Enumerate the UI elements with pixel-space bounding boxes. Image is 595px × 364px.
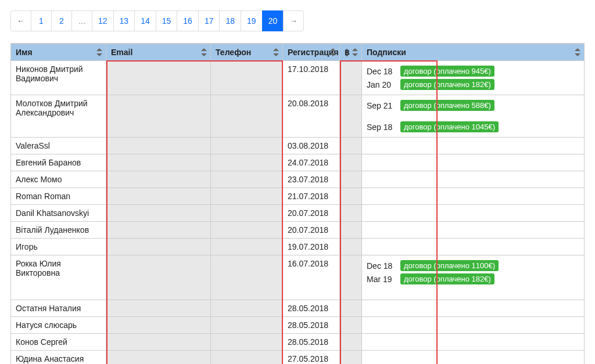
sort-icon (330, 48, 336, 56)
pagination-page-15[interactable]: 15 (156, 10, 178, 31)
pagination-page-12[interactable]: 12 (92, 10, 114, 31)
pagination-ellipsis: ... (71, 10, 92, 31)
cell-currency-redacted (340, 334, 362, 351)
cell-currency-redacted (340, 222, 362, 239)
cell-name: Конов Сергей (11, 334, 106, 351)
subscription-badge[interactable]: договор (оплачено 1045€) (400, 121, 499, 132)
cell-phone-redacted (211, 334, 283, 351)
cell-registration: 20.08.2018 (283, 95, 340, 138)
cell-registration: 03.08.2018 (283, 138, 340, 154)
subscription-entry: Dec 18договор (оплачено 1100€) (367, 259, 579, 272)
cell-registration: 20.07.2018 (283, 205, 340, 222)
col-header-name[interactable]: Имя (11, 44, 106, 61)
cell-phone-redacted (211, 171, 283, 188)
cell-subscriptions (362, 317, 585, 334)
subscription-badge[interactable]: договор (оплачено 182€) (400, 79, 494, 90)
subscription-date: Mar 19 (367, 275, 396, 284)
pagination-page-2[interactable]: 2 (51, 10, 72, 31)
cell-registration: 27.05.2018 (283, 351, 340, 365)
table-row: Остатня Наталия28.05.2018 (11, 300, 585, 317)
cell-registration: 20.07.2018 (283, 222, 340, 239)
cell-phone-redacted (211, 239, 283, 255)
cell-currency-redacted (340, 61, 362, 95)
cell-currency-redacted (340, 171, 362, 188)
pagination-prev[interactable]: ← (10, 10, 31, 31)
cell-subscriptions (362, 171, 585, 188)
pagination-page-16[interactable]: 16 (177, 10, 199, 31)
cell-email-redacted (106, 138, 211, 154)
cell-phone-redacted (211, 61, 283, 95)
table-row: Рокка Юлия Викторовна16.07.2018Dec 18дог… (11, 255, 585, 300)
subscription-entry: Mar 19договор (оплачено 182€) (367, 272, 579, 286)
col-header-subscriptions[interactable]: Подписки (362, 44, 585, 61)
pagination-page-20[interactable]: 20 (262, 10, 284, 31)
table-row: Натуся слюсарь28.05.2018 (11, 317, 585, 334)
sort-icon (273, 48, 279, 56)
table-row: Алекс Момо23.07.2018 (11, 171, 585, 188)
cell-name: Roman Roman (11, 188, 106, 205)
cell-subscriptions (362, 154, 585, 171)
sort-icon (575, 48, 580, 56)
cell-currency-redacted (340, 300, 362, 317)
cell-name: Danil Khatsanovskyi (11, 205, 106, 222)
cell-subscriptions (362, 205, 585, 222)
pagination-page-18[interactable]: 18 (219, 10, 241, 31)
cell-phone-redacted (211, 300, 283, 317)
subscription-badge[interactable]: договор (оплачено 182€) (400, 273, 494, 284)
cell-registration: 28.05.2018 (283, 317, 340, 334)
cell-phone-redacted (211, 154, 283, 171)
subscription-entry: Sep 18договор (оплачено 1045€) (367, 120, 579, 134)
table-row: Roman Roman21.07.2018 (11, 188, 585, 205)
cell-subscriptions: Sep 21договор (оплачено 588€)Sep 18догов… (362, 95, 585, 138)
cell-currency-redacted (340, 255, 362, 300)
cell-currency-redacted (340, 317, 362, 334)
users-table: Имя Email Телефон Регистрация ฿ Подписки… (10, 44, 585, 364)
pagination-page-19[interactable]: 19 (241, 10, 263, 31)
pagination-page-13[interactable]: 13 (113, 10, 135, 31)
subscription-date: Sep 18 (367, 122, 396, 132)
sort-icon (96, 48, 102, 56)
cell-currency-redacted (340, 239, 362, 255)
col-header-email[interactable]: Email (106, 44, 211, 61)
cell-subscriptions (362, 188, 585, 205)
cell-registration: 16.07.2018 (283, 255, 340, 300)
cell-name: ValeraSsl (11, 138, 106, 154)
subscription-badge[interactable]: договор (оплачено 1100€) (400, 260, 499, 271)
subscription-entry: Sep 21договор (оплачено 588€) (367, 99, 579, 112)
col-header-currency[interactable]: ฿ (340, 44, 362, 61)
subscription-entry: Dec 18договор (оплачено 945€) (367, 64, 579, 78)
cell-registration: 23.07.2018 (283, 171, 340, 188)
subscription-entry: Jan 20договор (оплачено 182€) (367, 78, 579, 91)
table-row: Игорь19.07.2018 (11, 239, 585, 255)
cell-name: Віталій Луданенков (11, 222, 106, 239)
cell-email-redacted (106, 95, 211, 138)
subscription-date: Dec 18 (367, 261, 396, 271)
cell-email-redacted (106, 255, 211, 300)
table-row: Юдина Анастасия27.05.2018 (11, 351, 585, 365)
cell-subscriptions: Dec 18договор (оплачено 945€)Jan 20догов… (362, 61, 585, 95)
cell-name: Алекс Момо (11, 171, 106, 188)
cell-registration: 21.07.2018 (283, 188, 340, 205)
sort-icon (352, 48, 358, 56)
col-header-registration[interactable]: Регистрация (283, 44, 340, 61)
table-row: Віталій Луданенков20.07.2018 (11, 222, 585, 239)
col-header-phone[interactable]: Телефон (211, 44, 283, 61)
cell-registration: 28.05.2018 (283, 334, 340, 351)
cell-currency-redacted (340, 188, 362, 205)
subscription-date: Dec 18 (367, 67, 396, 76)
cell-phone-redacted (211, 222, 283, 239)
cell-currency-redacted (340, 154, 362, 171)
cell-name: Молотков Дмитрий Александрович (11, 95, 106, 138)
cell-phone-redacted (211, 138, 283, 154)
subscription-badge[interactable]: договор (оплачено 945€) (400, 66, 494, 77)
pagination-page-17[interactable]: 17 (198, 10, 220, 31)
table-row: ValeraSsl03.08.2018 (11, 138, 585, 154)
pagination-next[interactable]: → (283, 10, 304, 31)
cell-registration: 24.07.2018 (283, 154, 340, 171)
cell-name: Никонов Дмитрий Вадимович (11, 61, 106, 95)
cell-registration: 19.07.2018 (283, 239, 340, 255)
pagination-page-1[interactable]: 1 (31, 10, 52, 31)
pagination-page-14[interactable]: 14 (134, 10, 156, 31)
cell-email-redacted (106, 351, 211, 365)
subscription-badge[interactable]: договор (оплачено 588€) (400, 100, 494, 111)
